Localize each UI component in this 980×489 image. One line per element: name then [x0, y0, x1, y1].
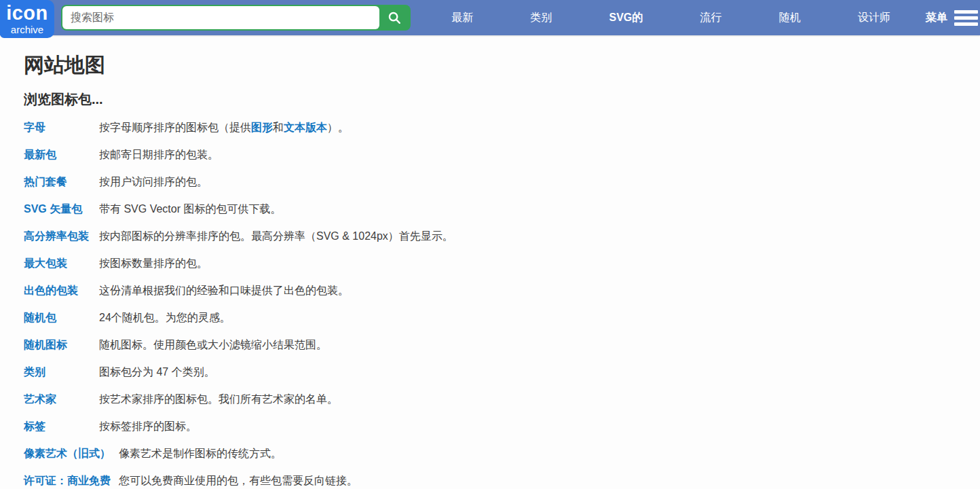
- sitemap-row: 最大包装 按图标数量排序的包。: [24, 250, 980, 277]
- sitemap-desc: 带有 SVG Vector 图标的包可供下载。: [99, 202, 281, 217]
- sitemap-link-great-packs[interactable]: 出色的包装: [24, 284, 99, 298]
- sitemap-link-random-icons[interactable]: 随机图标: [24, 338, 99, 352]
- sitemap-row: 艺术家 按艺术家排序的图标包。我们所有艺术家的名单。: [24, 386, 980, 413]
- sitemap-row: SVG 矢量包 带有 SVG Vector 图标的包可供下载。: [24, 196, 980, 223]
- sitemap-link-license-commercial-free[interactable]: 许可证：商业免费: [24, 474, 119, 488]
- sitemap-link-high-res-packs[interactable]: 高分辨率包装: [24, 230, 99, 244]
- sitemap-row: 高分辨率包装 按内部图标的分辨率排序的包。最高分辨率（SVG & 1024px）…: [24, 223, 980, 250]
- inline-link-graphic[interactable]: 图形: [251, 122, 273, 133]
- sitemap-row: 随机包 24个随机包。为您的灵感。: [24, 304, 980, 331]
- menu-label: 菜单: [926, 11, 947, 25]
- main-nav: 最新 类别 SVG的 流行 随机 设计师: [423, 11, 919, 25]
- sitemap-link-largest-packs[interactable]: 最大包装: [24, 257, 99, 271]
- sitemap-row: 许可证：商业免费 您可以免费商业使用的包，有些包需要反向链接。: [24, 467, 980, 489]
- sitemap-row: 随机图标 随机图标。使用颜色或大小滤镜缩小结果范围。: [24, 331, 980, 359]
- sitemap-desc: 24个随机包。为您的灵感。: [99, 311, 231, 325]
- sitemap-row: 热门套餐 按用户访问排序的包。: [24, 168, 980, 196]
- nav-item-random[interactable]: 随机: [779, 11, 801, 25]
- nav-item-svg[interactable]: SVG的: [609, 11, 643, 25]
- hamburger-icon: [954, 10, 978, 26]
- logo[interactable]: icon archive: [0, 0, 54, 38]
- logo-text-icon: icon: [6, 3, 48, 23]
- sitemap-link-svg-vector-packs[interactable]: SVG 矢量包: [24, 202, 99, 217]
- search-form: [61, 5, 411, 31]
- page-title: 网站地图: [24, 53, 980, 77]
- inline-link-text-version[interactable]: 文本版本: [284, 122, 327, 133]
- sitemap-row: 类别 图标包分为 47 个类别。: [24, 359, 980, 386]
- sitemap-desc: 按艺术家排序的图标包。我们所有艺术家的名单。: [99, 393, 338, 407]
- nav-item-designers[interactable]: 设计师: [858, 11, 890, 25]
- sitemap-desc: 随机图标。使用颜色或大小滤镜缩小结果范围。: [99, 338, 327, 352]
- top-bar: icon archive 最新 类别 SVG的 流行 随机 设计师 菜单: [0, 0, 980, 35]
- sitemap-row: 标签 按标签排序的图标。: [24, 413, 980, 440]
- sitemap-link-pixel-art[interactable]: 像素艺术（旧式）: [24, 447, 119, 461]
- sitemap-link-artists[interactable]: 艺术家: [24, 393, 99, 407]
- search-button[interactable]: [379, 6, 409, 29]
- sitemap-link-tags[interactable]: 标签: [24, 420, 99, 434]
- sitemap-desc: 您可以免费商业使用的包，有些包需要反向链接。: [119, 474, 358, 488]
- sitemap-row: 像素艺术（旧式） 像素艺术是制作图标的传统方式。: [24, 440, 980, 467]
- nav-item-latest[interactable]: 最新: [451, 11, 473, 25]
- logo-text-archive: archive: [11, 24, 43, 35]
- sitemap-desc: 按字母顺序排序的图标包（提供图形和文本版本）。: [99, 121, 349, 135]
- sitemap-desc: 按标签排序的图标。: [99, 420, 197, 434]
- section-heading: 浏览图标包...: [24, 92, 980, 107]
- sitemap-list: 字母 按字母顺序排序的图标包（提供图形和文本版本）。 最新包 按邮寄日期排序的包…: [24, 114, 980, 489]
- sitemap-row: 字母 按字母顺序排序的图标包（提供图形和文本版本）。: [24, 114, 980, 141]
- sitemap-row: 最新包 按邮寄日期排序的包装。: [24, 141, 980, 168]
- sitemap-desc: 按邮寄日期排序的包装。: [99, 148, 219, 162]
- sitemap-link-popular-packs[interactable]: 热门套餐: [24, 175, 99, 189]
- sitemap-link-alphabet[interactable]: 字母: [24, 121, 99, 135]
- sitemap-row: 出色的包装 这份清单根据我们的经验和口味提供了出色的包装。: [24, 277, 980, 304]
- main-content: 网站地图 浏览图标包... 字母 按字母顺序排序的图标包（提供图形和文本版本）。…: [0, 53, 980, 489]
- sitemap-desc: 按图标数量排序的包。: [99, 257, 208, 271]
- nav-item-popular[interactable]: 流行: [700, 11, 721, 25]
- sitemap-desc: 按用户访问排序的包。: [99, 175, 208, 189]
- sitemap-desc: 像素艺术是制作图标的传统方式。: [119, 447, 282, 461]
- sitemap-link-random-packs[interactable]: 随机包: [24, 311, 99, 325]
- sitemap-desc: 这份清单根据我们的经验和口味提供了出色的包装。: [99, 284, 349, 298]
- sitemap-desc: 按内部图标的分辨率排序的包。最高分辨率（SVG & 1024px）首先显示。: [99, 230, 453, 244]
- sitemap-link-newest-packs[interactable]: 最新包: [24, 148, 99, 162]
- search-icon: [387, 10, 402, 25]
- sitemap-desc: 图标包分为 47 个类别。: [99, 365, 215, 380]
- search-input[interactable]: [62, 6, 379, 29]
- nav-item-categories[interactable]: 类别: [530, 11, 552, 25]
- sitemap-link-categories[interactable]: 类别: [24, 365, 99, 380]
- nav-item-menu[interactable]: 菜单: [926, 10, 980, 26]
